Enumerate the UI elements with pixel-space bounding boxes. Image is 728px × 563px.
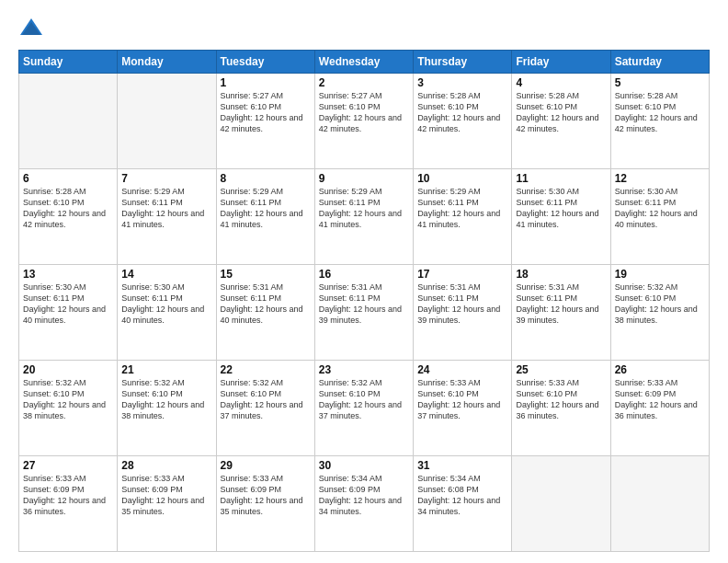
calendar-cell: 31Sunrise: 5:34 AM Sunset: 6:08 PM Dayli… bbox=[414, 456, 512, 552]
day-number: 4 bbox=[516, 76, 606, 89]
day-number: 13 bbox=[23, 268, 113, 281]
day-info: Sunrise: 5:28 AM Sunset: 6:10 PM Dayligh… bbox=[23, 186, 113, 231]
day-info: Sunrise: 5:33 AM Sunset: 6:10 PM Dayligh… bbox=[516, 377, 606, 422]
day-info: Sunrise: 5:29 AM Sunset: 6:11 PM Dayligh… bbox=[221, 186, 311, 231]
day-info: Sunrise: 5:32 AM Sunset: 6:10 PM Dayligh… bbox=[615, 282, 705, 327]
calendar-cell: 5Sunrise: 5:28 AM Sunset: 6:10 PM Daylig… bbox=[610, 74, 709, 169]
day-number: 22 bbox=[221, 363, 311, 376]
calendar-cell: 18Sunrise: 5:31 AM Sunset: 6:11 PM Dayli… bbox=[512, 265, 610, 361]
day-number: 17 bbox=[417, 268, 507, 281]
day-info: Sunrise: 5:28 AM Sunset: 6:10 PM Dayligh… bbox=[417, 90, 507, 135]
calendar-cell: 26Sunrise: 5:33 AM Sunset: 6:09 PM Dayli… bbox=[610, 361, 709, 456]
calendar-cell: 28Sunrise: 5:33 AM Sunset: 6:09 PM Dayli… bbox=[118, 456, 216, 552]
weekday-header: Saturday bbox=[610, 51, 709, 74]
calendar-cell: 2Sunrise: 5:27 AM Sunset: 6:10 PM Daylig… bbox=[314, 74, 413, 169]
day-number: 7 bbox=[121, 172, 211, 185]
weekday-header: Thursday bbox=[414, 51, 512, 74]
day-number: 5 bbox=[615, 76, 705, 89]
day-number: 9 bbox=[319, 172, 409, 185]
calendar-cell: 6Sunrise: 5:28 AM Sunset: 6:10 PM Daylig… bbox=[19, 169, 118, 265]
day-info: Sunrise: 5:33 AM Sunset: 6:09 PM Dayligh… bbox=[615, 377, 705, 422]
calendar-cell: 29Sunrise: 5:33 AM Sunset: 6:09 PM Dayli… bbox=[216, 456, 314, 552]
weekday-header: Wednesday bbox=[314, 51, 413, 74]
day-info: Sunrise: 5:33 AM Sunset: 6:09 PM Dayligh… bbox=[121, 473, 211, 518]
calendar-cell: 30Sunrise: 5:34 AM Sunset: 6:09 PM Dayli… bbox=[314, 456, 413, 552]
calendar-cell bbox=[19, 74, 118, 169]
day-number: 12 bbox=[615, 172, 705, 185]
calendar-cell: 23Sunrise: 5:32 AM Sunset: 6:10 PM Dayli… bbox=[314, 361, 413, 456]
calendar-week-row: 27Sunrise: 5:33 AM Sunset: 6:09 PM Dayli… bbox=[19, 456, 710, 552]
calendar-cell: 27Sunrise: 5:33 AM Sunset: 6:09 PM Dayli… bbox=[19, 456, 118, 552]
calendar-cell bbox=[118, 74, 216, 169]
calendar-cell: 21Sunrise: 5:32 AM Sunset: 6:10 PM Dayli… bbox=[118, 361, 216, 456]
day-number: 14 bbox=[121, 268, 211, 281]
day-number: 21 bbox=[121, 363, 211, 376]
day-number: 23 bbox=[319, 363, 409, 376]
day-info: Sunrise: 5:29 AM Sunset: 6:11 PM Dayligh… bbox=[121, 186, 211, 231]
calendar-cell bbox=[610, 456, 709, 552]
day-info: Sunrise: 5:30 AM Sunset: 6:11 PM Dayligh… bbox=[615, 186, 705, 231]
calendar-week-row: 13Sunrise: 5:30 AM Sunset: 6:11 PM Dayli… bbox=[19, 265, 710, 361]
calendar-cell: 7Sunrise: 5:29 AM Sunset: 6:11 PM Daylig… bbox=[118, 169, 216, 265]
day-info: Sunrise: 5:27 AM Sunset: 6:10 PM Dayligh… bbox=[221, 90, 311, 135]
weekday-header: Tuesday bbox=[216, 51, 314, 74]
calendar-week-row: 6Sunrise: 5:28 AM Sunset: 6:10 PM Daylig… bbox=[19, 169, 710, 265]
day-number: 28 bbox=[121, 459, 211, 472]
day-info: Sunrise: 5:29 AM Sunset: 6:11 PM Dayligh… bbox=[319, 186, 409, 231]
calendar-week-row: 1Sunrise: 5:27 AM Sunset: 6:10 PM Daylig… bbox=[19, 74, 710, 169]
day-info: Sunrise: 5:29 AM Sunset: 6:11 PM Dayligh… bbox=[417, 186, 507, 231]
day-info: Sunrise: 5:31 AM Sunset: 6:11 PM Dayligh… bbox=[319, 282, 409, 327]
day-info: Sunrise: 5:33 AM Sunset: 6:10 PM Dayligh… bbox=[417, 377, 507, 422]
calendar-cell: 11Sunrise: 5:30 AM Sunset: 6:11 PM Dayli… bbox=[512, 169, 610, 265]
day-number: 10 bbox=[417, 172, 507, 185]
calendar-cell: 8Sunrise: 5:29 AM Sunset: 6:11 PM Daylig… bbox=[216, 169, 314, 265]
calendar-cell: 25Sunrise: 5:33 AM Sunset: 6:10 PM Dayli… bbox=[512, 361, 610, 456]
day-info: Sunrise: 5:32 AM Sunset: 6:10 PM Dayligh… bbox=[23, 377, 113, 422]
day-info: Sunrise: 5:32 AM Sunset: 6:10 PM Dayligh… bbox=[221, 377, 311, 422]
day-info: Sunrise: 5:34 AM Sunset: 6:09 PM Dayligh… bbox=[319, 473, 409, 518]
calendar-cell: 15Sunrise: 5:31 AM Sunset: 6:11 PM Dayli… bbox=[216, 265, 314, 361]
day-number: 26 bbox=[615, 363, 705, 376]
day-number: 19 bbox=[615, 268, 705, 281]
day-info: Sunrise: 5:31 AM Sunset: 6:11 PM Dayligh… bbox=[516, 282, 606, 327]
calendar-cell: 1Sunrise: 5:27 AM Sunset: 6:10 PM Daylig… bbox=[216, 74, 314, 169]
day-info: Sunrise: 5:31 AM Sunset: 6:11 PM Dayligh… bbox=[221, 282, 311, 327]
day-info: Sunrise: 5:32 AM Sunset: 6:10 PM Dayligh… bbox=[319, 377, 409, 422]
logo bbox=[18, 15, 48, 40]
day-info: Sunrise: 5:28 AM Sunset: 6:10 PM Dayligh… bbox=[516, 90, 606, 135]
day-number: 3 bbox=[417, 76, 507, 89]
weekday-header: Friday bbox=[512, 51, 610, 74]
day-info: Sunrise: 5:31 AM Sunset: 6:11 PM Dayligh… bbox=[417, 282, 507, 327]
calendar-cell: 17Sunrise: 5:31 AM Sunset: 6:11 PM Dayli… bbox=[414, 265, 512, 361]
calendar-cell: 16Sunrise: 5:31 AM Sunset: 6:11 PM Dayli… bbox=[314, 265, 413, 361]
day-number: 20 bbox=[23, 363, 113, 376]
page: SundayMondayTuesdayWednesdayThursdayFrid… bbox=[0, 0, 728, 563]
calendar-cell: 4Sunrise: 5:28 AM Sunset: 6:10 PM Daylig… bbox=[512, 74, 610, 169]
logo-icon bbox=[18, 15, 44, 40]
calendar-cell: 24Sunrise: 5:33 AM Sunset: 6:10 PM Dayli… bbox=[414, 361, 512, 456]
calendar-cell: 19Sunrise: 5:32 AM Sunset: 6:10 PM Dayli… bbox=[610, 265, 709, 361]
day-number: 29 bbox=[221, 459, 311, 472]
day-number: 31 bbox=[417, 459, 507, 472]
header bbox=[18, 15, 710, 40]
day-number: 1 bbox=[221, 76, 311, 89]
calendar-table: SundayMondayTuesdayWednesdayThursdayFrid… bbox=[18, 50, 710, 552]
day-info: Sunrise: 5:34 AM Sunset: 6:08 PM Dayligh… bbox=[417, 473, 507, 518]
day-number: 6 bbox=[23, 172, 113, 185]
calendar-cell: 9Sunrise: 5:29 AM Sunset: 6:11 PM Daylig… bbox=[314, 169, 413, 265]
day-number: 2 bbox=[319, 76, 409, 89]
weekday-header: Sunday bbox=[19, 51, 118, 74]
calendar-week-row: 20Sunrise: 5:32 AM Sunset: 6:10 PM Dayli… bbox=[19, 361, 710, 456]
day-number: 27 bbox=[23, 459, 113, 472]
calendar-cell: 22Sunrise: 5:32 AM Sunset: 6:10 PM Dayli… bbox=[216, 361, 314, 456]
day-number: 15 bbox=[221, 268, 311, 281]
day-number: 16 bbox=[319, 268, 409, 281]
calendar-cell: 3Sunrise: 5:28 AM Sunset: 6:10 PM Daylig… bbox=[414, 74, 512, 169]
day-info: Sunrise: 5:33 AM Sunset: 6:09 PM Dayligh… bbox=[221, 473, 311, 518]
day-number: 24 bbox=[417, 363, 507, 376]
calendar-cell: 14Sunrise: 5:30 AM Sunset: 6:11 PM Dayli… bbox=[118, 265, 216, 361]
weekday-header-row: SundayMondayTuesdayWednesdayThursdayFrid… bbox=[19, 51, 710, 74]
day-info: Sunrise: 5:28 AM Sunset: 6:10 PM Dayligh… bbox=[615, 90, 705, 135]
calendar-cell bbox=[512, 456, 610, 552]
calendar-cell: 12Sunrise: 5:30 AM Sunset: 6:11 PM Dayli… bbox=[610, 169, 709, 265]
